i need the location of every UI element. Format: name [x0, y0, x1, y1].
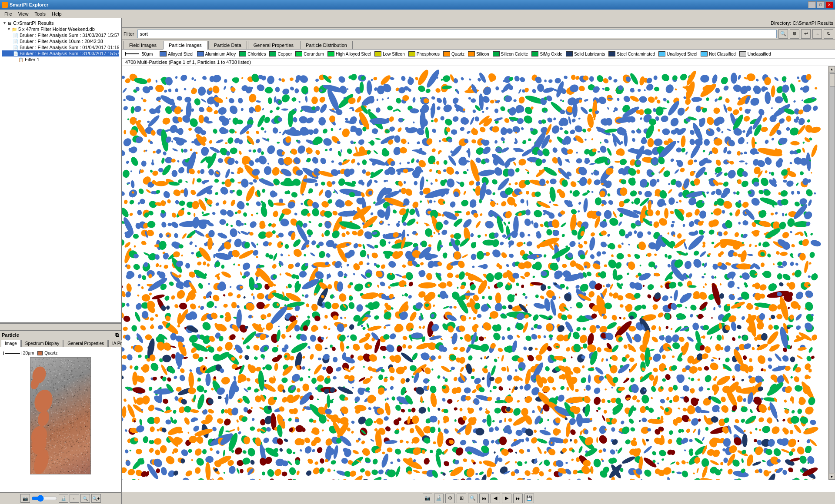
scroll-down-arrow[interactable]: ▼	[829, 474, 835, 480]
label-phosphorus: Phosphorus	[417, 52, 440, 56]
filter-forward-btn[interactable]: →	[812, 29, 822, 39]
swatch-aluminium	[197, 51, 204, 56]
legend-unclassified: Unclassified	[739, 51, 771, 56]
filter-input[interactable]	[137, 30, 777, 38]
doc-icon-3: 📄	[13, 45, 18, 50]
legend-silicon: Silicon	[468, 51, 489, 56]
brightness-slider[interactable]	[31, 495, 57, 501]
btool-zoom-in[interactable]: 🔍	[468, 494, 478, 503]
btool-camera[interactable]: 📷	[423, 494, 432, 503]
btool-save[interactable]: 💾	[524, 494, 534, 503]
close-button[interactable]: ✕	[825, 1, 833, 8]
menu-bar: File View Tools Help	[0, 10, 835, 18]
tree-item-4[interactable]: 📄 Bruker : Filter Analysis Sum : 31/03/2…	[2, 50, 119, 56]
scale-indicator: 50µm	[125, 52, 153, 56]
directory-bar: Directory: C:\SmartPI Results	[122, 18, 835, 28]
ptab-spectrum[interactable]: Spectrum Display	[21, 340, 63, 347]
swatch-copper	[269, 51, 276, 56]
btool-last[interactable]: ⏭	[513, 494, 523, 503]
swatch-quartz	[443, 51, 450, 56]
particle-panel-resize-icon[interactable]: ⧉	[115, 332, 119, 338]
tab-particle-data[interactable]: Particle Data	[208, 41, 247, 49]
particle-tool-zoom[interactable]: 🔍	[80, 494, 90, 503]
legend-color-quartz	[37, 351, 43, 355]
app-title: SmartPI Explorer	[10, 2, 48, 7]
particle-tool-zoom-plus[interactable]: 🔍+	[91, 494, 101, 503]
legend-simg-oxide: SiMg Oxide	[531, 51, 562, 56]
particle-tabs: Image Spectrum Display General Propertie…	[0, 339, 121, 347]
tree-toggle: ▼	[3, 21, 7, 25]
tab-particle-images[interactable]: Particle Images	[163, 41, 207, 50]
right-panel: Directory: C:\SmartPI Results Filter 🔍 ⚙…	[122, 18, 835, 504]
particle-tool-arrows[interactable]: ↔	[70, 494, 79, 503]
label-high-alloyed: High Alloyed Steel	[336, 52, 371, 56]
label-simg-oxide: SiMg Oxide	[540, 52, 562, 56]
app-icon	[2, 2, 8, 8]
ptab-general[interactable]: General Properties	[63, 340, 108, 347]
legend-label-quartz: Quartz	[44, 351, 57, 355]
legend-phosphorus: Phosphorus	[408, 51, 440, 56]
legend-copper: Copper	[269, 51, 292, 56]
tab-field-images[interactable]: Field Images	[124, 41, 162, 49]
filter-search-btn[interactable]: 🔍	[778, 29, 788, 39]
label-quartz: Quartz	[451, 52, 464, 56]
btool-settings[interactable]: ⚙	[445, 494, 455, 503]
tree-view[interactable]: ▼ 🖥 C:\SmartPI Results ▼ 📁 5 x 47mm Filt…	[0, 18, 121, 323]
right-scrollbar[interactable]: ▲ ▼	[828, 66, 835, 480]
filter-undo-btn[interactable]: ↩	[801, 29, 811, 39]
particle-panel: Particle ⧉ Image Spectrum Display Genera…	[0, 330, 121, 504]
doc-icon-1: 📄	[13, 33, 18, 38]
filter-refresh-btn[interactable]: ↻	[824, 29, 833, 39]
tree-toggle-db: ▼	[7, 27, 11, 31]
filter-settings-btn[interactable]: ⚙	[790, 29, 799, 39]
legend-high-alloyed: High Alloyed Steel	[327, 51, 371, 56]
particle-image-canvas	[30, 357, 91, 474]
particle-panel-title: Particle	[2, 332, 19, 338]
menu-file[interactable]: File	[2, 11, 15, 17]
minimize-button[interactable]: —	[808, 1, 816, 8]
tree-item-3[interactable]: 📄 Bruker : Filter Analysis Sum : 01/04/2…	[2, 44, 119, 50]
legend-chlorides: Chlorides	[239, 51, 266, 56]
dir-label: Directory: C:\SmartPI Results	[771, 20, 833, 26]
tree-item-2[interactable]: 📄 Bruker : Filter Analysis 10um : 20/42:…	[2, 38, 119, 44]
scroll-track[interactable]	[829, 73, 835, 473]
label-steel-contaminated: Steel Contaminated	[617, 52, 655, 56]
tab-particle-distribution[interactable]: Particle Distribution	[300, 41, 353, 49]
particle-field[interactable]: ▲ ▼	[122, 66, 835, 492]
label-silicon: Silicon	[476, 52, 489, 56]
swatch-steel-contaminated	[608, 51, 615, 56]
main-tabs: Field Images Particle Images Particle Da…	[122, 40, 835, 50]
scroll-up-arrow[interactable]: ▲	[829, 66, 835, 72]
ptab-image[interactable]: Image	[1, 340, 21, 347]
btool-zoom-fit[interactable]: ⊞	[457, 494, 466, 503]
btool-prev[interactable]: ◀	[491, 494, 500, 503]
swatch-simg-oxide	[531, 51, 538, 56]
swatch-alloyed-steel	[160, 51, 167, 56]
maximize-button[interactable]: □	[817, 1, 825, 8]
particle-tool-microscope[interactable]: 🔬	[59, 494, 68, 503]
tab-general-properties[interactable]: General Properties	[248, 41, 299, 49]
scroll-thumb[interactable]	[830, 73, 835, 86]
tree-scrollbar-h[interactable]	[0, 323, 121, 330]
particle-tool-camera[interactable]: 📷	[20, 494, 30, 503]
menu-tools[interactable]: Tools	[32, 11, 48, 17]
filter-label: Filter	[124, 31, 134, 36]
swatch-chlorides	[239, 51, 246, 56]
tree-item-filter1[interactable]: 📋 Filter 1	[2, 56, 119, 63]
label-chlorides: Chlorides	[247, 52, 266, 56]
swatch-unclassified	[739, 51, 746, 56]
window-controls: — □ ✕	[808, 1, 833, 8]
tree-label-3: Bruker : Filter Analysis Sum : 01/04/201…	[20, 45, 119, 50]
menu-help[interactable]: Help	[49, 11, 64, 17]
tree-item-db[interactable]: ▼ 📁 5 x 47mm Filter Holder Weekend.db	[2, 26, 119, 32]
btool-microscope[interactable]: 🔬	[434, 494, 444, 503]
label-solid-lubricants: Solid Lubricants	[574, 52, 605, 56]
filter-icon: 📋	[18, 57, 23, 62]
menu-view[interactable]: View	[16, 11, 31, 17]
btool-first[interactable]: ⏮	[479, 494, 489, 503]
legend-alloyed-steel: Alloyed Steel	[160, 51, 193, 56]
tree-item-root[interactable]: ▼ 🖥 C:\SmartPI Results	[2, 20, 119, 26]
btool-next[interactable]: ▶	[502, 494, 511, 503]
swatch-phosphorus	[408, 51, 415, 56]
tree-item-1[interactable]: 📄 Bruker : Filter Analysis Sum : 31/03/2…	[2, 32, 119, 38]
